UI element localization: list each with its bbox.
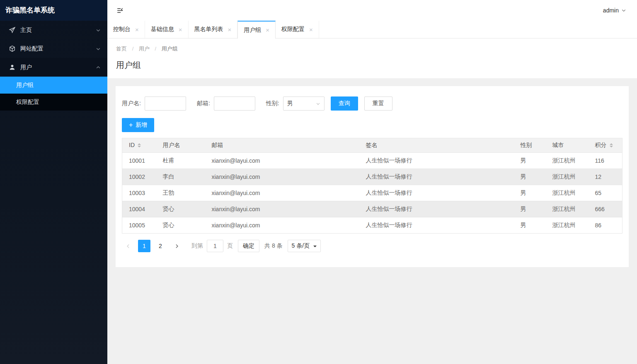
tab-label: 权限配置 [281,26,305,33]
cell-signature: 人生恰似一场修行 [359,169,514,185]
cell-city: 浙江杭州 [546,169,589,185]
breadcrumb-home[interactable]: 首页 [116,46,127,52]
cell-points: 12 [589,169,622,185]
tab-close-icon[interactable]: × [228,27,232,33]
page-title: 用户组 [116,53,628,78]
tab-blacklist[interactable]: 黑名单列表 × [189,21,238,38]
sidebar-subitem-user-group[interactable]: 用户组 [0,77,107,94]
tab-close-icon[interactable]: × [179,27,182,33]
pagination: 1 2 到第 页 确定 共 8 条 5 条/页 [122,240,622,252]
confirm-page-button[interactable]: 确定 [238,240,259,252]
tab-bar: 控制台 × 基础信息 × 黑名单列表 × 用户组 × 权限配置 × [107,21,637,39]
tab-basic-info[interactable]: 基础信息 × [145,21,189,38]
sidebar-subitem-permission-config[interactable]: 权限配置 [0,94,107,111]
tab-close-icon[interactable]: × [309,27,313,33]
chevron-down-icon [316,101,320,106]
tab-close-icon[interactable]: × [266,27,269,33]
tab-console[interactable]: 控制台 × [107,21,145,38]
prev-page-icon[interactable] [122,240,134,252]
cell-points: 666 [589,201,622,217]
cell-id: 10002 [122,169,156,185]
tab-close-icon[interactable]: × [135,27,139,33]
chevron-down-icon [96,28,101,33]
cell-city: 浙江杭州 [546,217,589,234]
column-label: 积分 [595,142,607,148]
reset-button[interactable]: 重置 [364,96,392,111]
cell-signature: 人生恰似一场修行 [359,185,514,201]
column-header-signature: 签名 [359,138,514,153]
email-filter-input[interactable] [214,96,255,111]
column-header-gender: 性别 [514,138,546,153]
add-button[interactable]: + 新增 [122,118,154,132]
column-header-username: 用户名 [156,138,205,153]
total-count-label: 共 8 条 [264,242,283,250]
page-size-value: 5 条/页 [292,242,310,250]
gender-filter-label: 性别: [266,100,279,107]
user-table: ID 用户名 邮箱 签名 性别 城市 积分 10001杜甫xianxi [122,138,622,234]
column-header-email: 邮箱 [205,138,359,153]
cell-id: 10004 [122,201,156,217]
sort-icon[interactable] [138,142,141,149]
cell-points: 86 [589,217,622,234]
cell-gender: 男 [514,185,546,201]
filter-form: 用户名: 邮箱: 性别: 男 [122,92,622,111]
cell-username: 王勃 [156,185,205,201]
page-button-1[interactable]: 1 [138,240,150,252]
search-button[interactable]: 查询 [331,96,358,111]
table-row: 10004贤心xianxin@layui.com人生恰似一场修行男浙江杭州666 [122,201,622,217]
cell-id: 10001 [122,153,156,169]
sidebar: 诈骗黑名单系统 主页 网站配置 [0,0,107,364]
sidebar-item-label: 主页 [20,27,96,34]
username-filter-input[interactable] [145,96,186,111]
user-group-card: 用户名: 邮箱: 性别: 男 [116,86,629,267]
app-title: 诈骗黑名单系统 [0,0,107,21]
user-dropdown[interactable]: admin [603,7,626,14]
sidebar-item-users[interactable]: 用户 [0,58,107,77]
cell-email: xianxin@layui.com [205,185,359,201]
user-icon [9,64,16,71]
cell-gender: 男 [514,169,546,185]
user-table-body: 10001杜甫xianxin@layui.com人生恰似一场修行男浙江杭州116… [122,153,622,234]
page-button-2[interactable]: 2 [154,240,167,252]
cell-signature: 人生恰似一场修行 [359,201,514,217]
tab-user-group[interactable]: 用户组 × [237,21,276,39]
cell-gender: 男 [514,201,546,217]
page-unit-label: 页 [227,242,233,250]
cell-id: 10005 [122,217,156,234]
column-header-id: ID [122,138,156,153]
cell-id: 10003 [122,185,156,201]
cell-signature: 人生恰似一场修行 [359,217,514,234]
tab-label: 控制台 [113,26,131,33]
breadcrumb: 首页 / 用户 / 用户组 [116,45,628,53]
cube-icon [9,45,16,52]
breadcrumb-users[interactable]: 用户 [139,46,150,52]
filter-username-group: 用户名: [122,96,186,111]
chevron-down-icon [621,8,626,13]
goto-page-input[interactable] [207,240,223,252]
goto-page-label: 到第 [191,242,203,250]
column-header-city: 城市 [546,138,589,153]
send-icon [9,27,16,34]
page-size-select[interactable]: 5 条/页 [288,240,321,252]
gender-select[interactable]: 男 [283,96,325,111]
chevron-up-icon [96,65,101,70]
sidebar-submenu-users: 用户组 权限配置 [0,77,107,111]
cell-username: 贤心 [156,201,205,217]
sidebar-item-home[interactable]: 主页 [0,21,107,39]
app-window: 诈骗黑名单系统 主页 网站配置 [0,0,637,364]
tab-permission-config[interactable]: 权限配置 × [276,21,319,38]
sidebar-item-label: 用户 [20,64,96,71]
sort-icon[interactable] [610,142,613,149]
topbar: admin [107,0,637,21]
collapse-sidebar-icon[interactable] [116,7,124,14]
username-label: admin [603,7,619,14]
sidebar-item-label: 网站配置 [20,45,96,53]
breadcrumb-separator: / [132,46,134,52]
table-row: 10005贤心xianxin@layui.com人生恰似一场修行男浙江杭州86 [122,217,622,234]
next-page-icon[interactable] [170,240,183,252]
column-label: ID [129,142,135,148]
sidebar-menu: 主页 网站配置 用户 [0,21,107,111]
username-filter-label: 用户名: [122,100,141,107]
breadcrumb-separator: / [155,46,157,52]
sidebar-item-site-config[interactable]: 网站配置 [0,39,107,58]
